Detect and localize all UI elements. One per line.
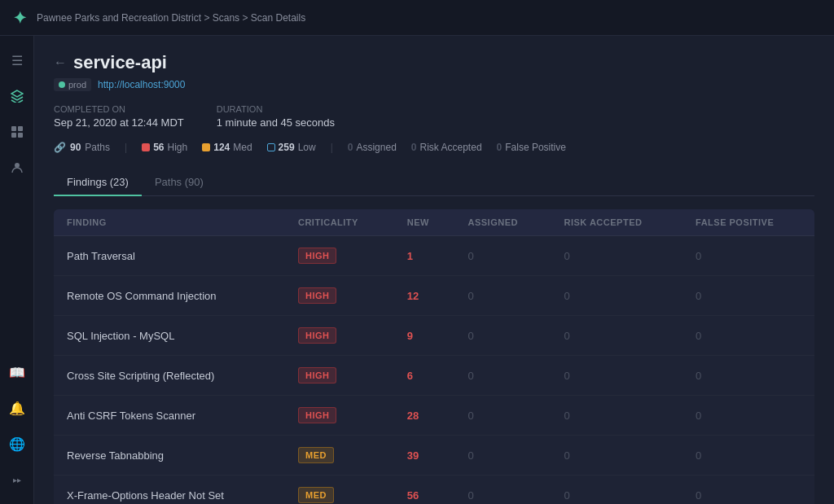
env-dot <box>59 81 65 88</box>
book-icon[interactable]: 📖 <box>2 357 32 387</box>
new-count-cell: 9 <box>394 316 455 356</box>
meta-section: Completed On Sep 21, 2020 at 12:44 MDT D… <box>54 104 814 129</box>
menu-icon[interactable]: ☰ <box>2 46 32 75</box>
table-row[interactable]: Cross Site Scripting (Reflected) HIGH 6 … <box>54 356 814 396</box>
criticality-cell: HIGH <box>285 276 394 316</box>
table-row[interactable]: SQL Injection - MySQL HIGH 9 0 0 0 <box>54 316 814 356</box>
med-count: 124 <box>213 142 230 153</box>
new-count-cell: 56 <box>394 476 455 505</box>
criticality-cell: MED <box>285 436 394 476</box>
assigned-cell: 0 <box>454 436 551 476</box>
duration-label: Duration <box>217 104 335 114</box>
duration-meta: Duration 1 minute and 45 seconds <box>217 104 335 129</box>
risk-accepted-cell: 0 <box>551 436 683 476</box>
tab-paths[interactable]: Paths (90) <box>142 169 217 196</box>
criticality-badge: MED <box>298 487 334 503</box>
paths-label: Paths <box>85 142 110 153</box>
col-finding: Finding <box>54 209 285 236</box>
assigned-stat: 0 Assigned <box>348 142 397 153</box>
env-row: prod http://localhost:9000 <box>54 78 814 91</box>
false-positive-cell: 0 <box>683 276 814 316</box>
grid-icon[interactable] <box>2 117 32 147</box>
low-count: 259 <box>279 142 295 153</box>
table-row[interactable]: Path Traversal HIGH 1 0 0 0 <box>54 236 814 276</box>
risk-accepted-cell: 0 <box>551 236 683 276</box>
med-dot <box>202 143 210 151</box>
bell-icon[interactable]: 🔔 <box>2 393 32 423</box>
criticality-badge: HIGH <box>298 407 337 423</box>
stats-row: 🔗 90 Paths | 56 High 124 Med 259 Low | <box>54 142 814 153</box>
low-dot <box>267 143 275 151</box>
table-row[interactable]: Reverse Tabnabbing MED 39 0 0 0 <box>54 436 814 476</box>
finding-name: Reverse Tabnabbing <box>54 436 285 476</box>
assigned-cell: 0 <box>454 476 551 505</box>
col-assigned: Assigned <box>454 209 551 236</box>
topbar: ✦ Pawnee Parks and Recreation District >… <box>0 0 834 36</box>
completed-label: Completed On <box>54 104 184 114</box>
false-positive-cell: 0 <box>683 316 814 356</box>
title-row: ← service-api <box>54 52 814 73</box>
more-icon[interactable]: ▸▸ <box>2 465 32 494</box>
new-count-cell: 1 <box>394 236 455 276</box>
med-stat: 124 Med <box>202 142 252 153</box>
criticality-cell: HIGH <box>285 396 394 436</box>
low-stat: 259 Low <box>267 142 316 153</box>
high-count: 56 <box>153 142 164 153</box>
finding-name: Path Traversal <box>54 236 285 276</box>
findings-table: Finding Criticality New Assigned Risk Ac… <box>54 209 814 504</box>
sep2: | <box>331 142 333 153</box>
back-button[interactable]: ← <box>54 55 67 70</box>
criticality-badge: MED <box>298 447 334 463</box>
svg-rect-2 <box>11 133 16 138</box>
svg-point-4 <box>15 163 20 168</box>
sep1: | <box>125 142 127 153</box>
col-new: New <box>394 209 455 236</box>
user-icon[interactable] <box>2 153 32 182</box>
criticality-badge: HIGH <box>298 248 337 264</box>
false-positive-cell: 0 <box>683 436 814 476</box>
assigned-cell: 0 <box>454 276 551 316</box>
finding-name: X-Frame-Options Header Not Set <box>54 476 285 505</box>
false-positive-cell: 0 <box>683 396 814 436</box>
breadcrumb: Pawnee Parks and Recreation District > S… <box>37 12 305 24</box>
tab-findings[interactable]: Findings (23) <box>54 169 142 196</box>
risk-accepted-cell: 0 <box>551 356 683 396</box>
table-row[interactable]: X-Frame-Options Header Not Set MED 56 0 … <box>54 476 814 505</box>
risk-accepted-label: Risk Accepted <box>420 142 482 153</box>
risk-accepted-count: 0 <box>411 142 417 153</box>
risk-accepted-cell: 0 <box>551 316 683 356</box>
table-header: Finding Criticality New Assigned Risk Ac… <box>54 209 814 236</box>
table-row[interactable]: Anti CSRF Tokens Scanner HIGH 28 0 0 0 <box>54 396 814 436</box>
assigned-count: 0 <box>348 142 353 153</box>
false-positive-cell: 0 <box>683 476 814 505</box>
paths-count: 90 <box>70 142 81 153</box>
med-label: Med <box>233 142 252 153</box>
finding-name: SQL Injection - MySQL <box>54 316 285 356</box>
table-body: Path Traversal HIGH 1 0 0 0 Remote OS Co… <box>54 236 814 505</box>
sidebar: ☰ 📖 🔔 🌐 ▸▸ <box>0 36 34 504</box>
table-row[interactable]: Remote OS Command Injection HIGH 12 0 0 … <box>54 276 814 316</box>
main-layout: ☰ 📖 🔔 🌐 ▸▸ ← service-api <box>0 36 834 504</box>
finding-name: Anti CSRF Tokens Scanner <box>54 396 285 436</box>
risk-accepted-cell: 0 <box>551 396 683 436</box>
env-url[interactable]: http://localhost:9000 <box>98 79 185 90</box>
layers-icon[interactable] <box>2 81 32 111</box>
tabs: Findings (23) Paths (90) <box>54 169 814 196</box>
content-area: ← service-api prod http://localhost:9000… <box>34 36 834 504</box>
false-positive-cell: 0 <box>683 236 814 276</box>
env-label: prod <box>68 80 86 90</box>
logo: ✦ <box>13 8 27 28</box>
criticality-cell: HIGH <box>285 236 394 276</box>
page-title: service-api <box>73 52 167 73</box>
false-positive-stat: 0 False Positive <box>497 142 566 153</box>
paths-stat: 🔗 90 Paths <box>54 142 110 153</box>
criticality-cell: HIGH <box>285 356 394 396</box>
criticality-badge: HIGH <box>298 327 337 344</box>
completed-meta: Completed On Sep 21, 2020 at 12:44 MDT <box>54 104 184 129</box>
risk-accepted-stat: 0 Risk Accepted <box>411 142 482 153</box>
col-risk-accepted: Risk Accepted <box>551 209 683 236</box>
globe-icon[interactable]: 🌐 <box>2 429 32 458</box>
low-label: Low <box>298 142 316 153</box>
duration-value: 1 minute and 45 seconds <box>217 116 335 129</box>
false-positive-count: 0 <box>497 142 503 153</box>
